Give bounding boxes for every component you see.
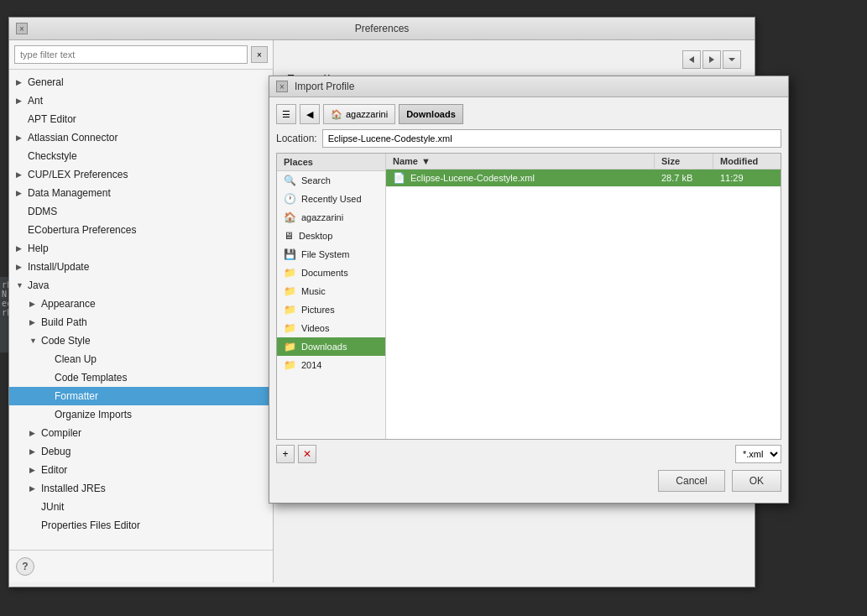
tree-item-datamanagement[interactable]: ▶ Data Management <box>9 184 273 202</box>
places-item-home[interactable]: 🏠 agazzarini <box>277 208 385 227</box>
tree-arrow-help: ▶ <box>16 241 24 256</box>
places-item-search[interactable]: 🔍 Search <box>277 171 385 190</box>
tree-item-ddms[interactable]: DDMS <box>9 202 273 221</box>
tree-item-codestyle[interactable]: ▼ Code Style <box>9 331 273 350</box>
places-label-pictures: Pictures <box>301 305 335 315</box>
tree-label-general: General <box>28 75 64 90</box>
tree-item-buildpath[interactable]: ▶ Build Path <box>9 313 273 331</box>
toolbar-dropdown-button[interactable] <box>723 50 741 69</box>
file-filter-select[interactable]: *.xml <box>735 445 781 463</box>
add-folder-button[interactable]: + <box>276 445 295 463</box>
tree-label-debug: Debug <box>41 444 71 459</box>
tree-item-ant[interactable]: ▶ Ant <box>9 91 273 110</box>
tree-item-apt[interactable]: APT Editor <box>9 110 273 128</box>
tree-arrow-installedjres: ▶ <box>29 481 38 496</box>
tree-item-installedjres[interactable]: ▶ Installed JREs <box>9 479 273 498</box>
breadcrumb-downloads-button[interactable]: Downloads <box>399 104 463 124</box>
tree-item-compiler[interactable]: ▶ Compiler <box>9 424 273 442</box>
tree-label-checkstyle: Checkstyle <box>28 149 77 164</box>
tree-item-ecobertura[interactable]: ECobertura Preferences <box>9 221 273 239</box>
tree-arrow-debug: ▶ <box>29 444 38 459</box>
tree-label-java: Java <box>28 278 49 293</box>
places-label-search: Search <box>301 175 331 185</box>
search-icon: 🔍 <box>284 175 296 186</box>
tree-arrow-compiler: ▶ <box>29 425 38 441</box>
import-dialog: × Import Profile ☰ ◀ 🏠 agazzarini Downlo… <box>269 76 789 504</box>
places-item-recently[interactable]: 🕐 Recently Used <box>277 190 385 208</box>
preferences-close-button[interactable]: × <box>16 23 28 34</box>
places-item-documents[interactable]: 📁 Documents <box>277 264 385 282</box>
places-label-downloads: Downloads <box>301 342 347 352</box>
file-browser: Places 🔍 Search 🕐 Recently Used 🏠 agazza… <box>276 153 781 440</box>
tree-item-cleanup[interactable]: Clean Up <box>9 350 273 368</box>
tree-container: ▶ General ▶ Ant APT Editor ▶ Atlassian C… <box>9 70 273 550</box>
places-item-music[interactable]: 📁 Music <box>277 282 385 300</box>
location-input[interactable] <box>322 129 781 148</box>
places-item-pictures[interactable]: 📁 Pictures <box>277 300 385 319</box>
tree-item-debug[interactable]: ▶ Debug <box>9 442 273 461</box>
files-col-modified-header[interactable]: Modified <box>713 154 781 169</box>
tree-item-formatter[interactable]: Formatter <box>9 387 273 405</box>
preferences-title: Preferences <box>355 23 410 34</box>
ok-button[interactable]: OK <box>732 470 781 492</box>
files-header: Name ▼ Size Modified <box>386 154 781 170</box>
tree-arrow-apt <box>16 112 24 127</box>
tree-item-atlassian[interactable]: ▶ Atlassian Connector <box>9 128 273 147</box>
dialog-bottom-bar: + ✕ *.xml <box>276 445 781 463</box>
tree-arrow-install: ▶ <box>16 259 24 274</box>
cancel-button[interactable]: Cancel <box>658 470 724 492</box>
tree-label-cuplex: CUP/LEX Preferences <box>28 167 128 182</box>
toolbar-forward-button[interactable] <box>702 50 721 69</box>
name-column-label: Name <box>393 156 418 166</box>
tree-arrow-buildpath: ▶ <box>29 315 38 330</box>
videos-icon: 📁 <box>284 322 296 334</box>
help-button[interactable]: ? <box>16 557 34 576</box>
files-col-name-header[interactable]: Name ▼ <box>386 154 655 169</box>
tree-item-organizeimports[interactable]: Organize Imports <box>9 405 273 424</box>
import-dialog-close-button[interactable]: × <box>276 81 288 92</box>
tree-arrow-checkstyle <box>16 149 24 164</box>
places-item-videos[interactable]: 📁 Videos <box>277 319 385 337</box>
files-col-size-header[interactable]: Size <box>655 154 713 169</box>
places-item-desktop[interactable]: 🖥 Desktop <box>277 227 385 245</box>
tree-item-install[interactable]: ▶ Install/Update <box>9 258 273 276</box>
tree-arrow-formatter <box>43 389 51 404</box>
tree-item-java[interactable]: ▼ Java <box>9 276 273 295</box>
delete-button[interactable]: ✕ <box>298 445 316 463</box>
toolbar-back-button[interactable] <box>682 50 701 69</box>
tree-label-formatter: Formatter <box>55 389 98 404</box>
tree-label-compiler: Compiler <box>41 425 81 441</box>
tree-item-cuplex[interactable]: ▶ CUP/LEX Preferences <box>9 165 273 184</box>
tree-item-editor[interactable]: ▶ Editor <box>9 461 273 479</box>
file-size-cell: 28.7 kB <box>655 170 713 185</box>
places-item-filesystem[interactable]: 💾 File System <box>277 245 385 264</box>
tree-item-help[interactable]: ▶ Help <box>9 239 273 258</box>
places-item-2014[interactable]: 📁 2014 <box>277 356 385 374</box>
places-label-filesystem: File System <box>301 249 349 259</box>
music-icon: 📁 <box>284 285 296 297</box>
tree-label-buildpath: Build Path <box>41 315 87 330</box>
tree-arrow-codestyle: ▼ <box>29 333 38 348</box>
file-row-xml[interactable]: 📄 Eclipse-Lucene-Codestyle.xml 28.7 kB 1… <box>386 170 781 187</box>
filter-clear-button[interactable]: × <box>251 46 268 63</box>
tree-item-appearance[interactable]: ▶ Appearance <box>9 295 273 313</box>
tree-arrow-ddms <box>16 204 24 219</box>
tree-item-junit[interactable]: JUnit <box>9 498 273 516</box>
tree-item-codetemplates[interactable]: Code Templates <box>9 368 273 387</box>
filter-input[interactable] <box>14 45 248 64</box>
files-panel: Name ▼ Size Modified 📄 Eclipse-Lucene-Co… <box>386 154 781 439</box>
file-menu-button[interactable]: ☰ <box>276 104 296 124</box>
tree-item-checkstyle[interactable]: Checkstyle <box>9 147 273 165</box>
dialog-bottom-right: *.xml <box>735 445 781 463</box>
places-item-downloads[interactable]: 📁 Downloads <box>277 337 385 356</box>
desktop-icon: 🖥 <box>284 230 294 242</box>
tree-label-organizeimports: Organize Imports <box>55 407 132 422</box>
tree-item-general[interactable]: ▶ General <box>9 73 273 91</box>
tree-label-editor: Editor <box>41 462 67 478</box>
breadcrumb-downloads-label: Downloads <box>406 109 456 119</box>
file-back-button[interactable]: ◀ <box>300 104 320 124</box>
tree-item-propertiesfileseditor[interactable]: Properties Files Editor <box>9 516 273 535</box>
breadcrumb-home-button[interactable]: 🏠 agazzarini <box>323 104 395 124</box>
tree-label-atlassian: Atlassian Connector <box>28 130 118 145</box>
dialog-action-buttons: Cancel OK <box>276 470 781 492</box>
